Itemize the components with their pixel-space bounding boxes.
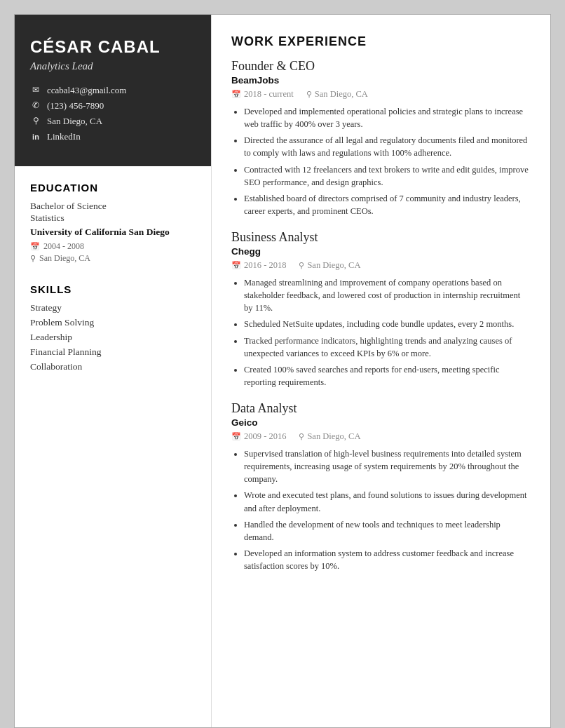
- job-2-bullet-3: Tracked performance indicators, highligh…: [244, 335, 531, 360]
- edu-location-text: San Diego, CA: [39, 253, 90, 264]
- skill-3: Leadership: [30, 332, 196, 343]
- job-2: Business Analyst Chegg 📅 2016 - 2018 ⚲ S…: [231, 230, 531, 389]
- linkedin-icon: in: [30, 133, 41, 141]
- edu-years-text: 2004 - 2008: [43, 241, 84, 252]
- job-2-location-text: San Diego, CA: [307, 260, 360, 271]
- job-2-meta: 📅 2016 - 2018 ⚲ San Diego, CA: [231, 260, 531, 271]
- contact-location: ⚲ San Diego, CA: [30, 116, 196, 127]
- education-section: EDUCATION Bachelor of Science Statistics…: [30, 182, 196, 264]
- skill-4: Financial Planning: [30, 346, 196, 358]
- job-2-bullet-4: Created 100% saved searches and reports …: [244, 363, 531, 389]
- job-1-company: BeamJobs: [231, 75, 531, 86]
- job-1-bullet-2: Directed the assurance of all legal and …: [244, 134, 531, 159]
- job-2-title: Business Analyst: [231, 230, 531, 245]
- contact-list: ✉ ccabal43@gmail.com ✆ (123) 456-7890 ⚲ …: [30, 85, 196, 142]
- job-2-location-icon: ⚲: [299, 261, 304, 270]
- education-title: EDUCATION: [30, 182, 196, 194]
- candidate-title: Analytics Lead: [30, 60, 196, 72]
- job-1-calendar-icon: 📅: [231, 90, 241, 99]
- job-1-meta: 📅 2018 - current ⚲ San Diego, CA: [231, 89, 531, 100]
- job-3-location-icon: ⚲: [299, 432, 304, 441]
- sidebar-body: EDUCATION Bachelor of Science Statistics…: [15, 166, 211, 727]
- sidebar: CÉSAR CABAL Analytics Lead ✉ ccabal43@gm…: [15, 15, 211, 727]
- job-3-years: 📅 2009 - 2016: [231, 431, 286, 442]
- skill-5: Collaboration: [30, 361, 196, 372]
- job-3-calendar-icon: 📅: [231, 432, 241, 441]
- job-2-company: Chegg: [231, 246, 531, 257]
- job-1-years: 📅 2018 - current: [231, 89, 294, 100]
- contact-phone: ✆ (123) 456-7890: [30, 100, 196, 112]
- location-text: San Diego, CA: [47, 116, 102, 127]
- candidate-name: CÉSAR CABAL: [30, 37, 196, 58]
- edu-field: Statistics: [30, 213, 196, 224]
- main-content: WORK EXPERIENCE Founder & CEO BeamJobs 📅…: [211, 15, 550, 727]
- job-3-bullets: Supervised translation of high-level bus…: [231, 447, 531, 572]
- location-icon: ⚲: [30, 116, 41, 126]
- skills-title: SKILLS: [30, 283, 196, 295]
- job-3-bullet-1: Supervised translation of high-level bus…: [244, 447, 531, 485]
- job-3: Data Analyst Geico 📅 2009 - 2016 ⚲ San D…: [231, 401, 531, 572]
- job-1-location-text: San Diego, CA: [315, 89, 368, 100]
- job-2-bullet-2: Scheduled NetSuite updates, including co…: [244, 318, 531, 330]
- job-1-location-icon: ⚲: [306, 90, 312, 99]
- job-2-years-text: 2016 - 2018: [244, 260, 286, 271]
- calendar-icon: 📅: [30, 242, 40, 251]
- job-1-bullet-4: Established board of directors comprised…: [244, 192, 531, 217]
- contact-linkedin[interactable]: in LinkedIn: [30, 131, 196, 142]
- resume: CÉSAR CABAL Analytics Lead ✉ ccabal43@gm…: [14, 14, 551, 728]
- job-2-bullets: Managed streamlining and improvement of …: [231, 276, 531, 389]
- job-1-bullet-1: Developed and implemented operational po…: [244, 105, 531, 130]
- job-3-years-text: 2009 - 2016: [244, 431, 286, 442]
- skill-2: Problem Solving: [30, 317, 196, 328]
- phone-icon: ✆: [30, 100, 41, 111]
- job-3-location: ⚲ San Diego, CA: [299, 431, 360, 442]
- job-1-bullet-3: Contracted with 12 freelancers and text …: [244, 163, 531, 189]
- phone-text: (123) 456-7890: [47, 100, 104, 112]
- job-1-years-text: 2018 - current: [244, 89, 294, 100]
- job-3-title: Data Analyst: [231, 401, 531, 416]
- job-1-title: Founder & CEO: [231, 59, 531, 74]
- edu-school: University of California San Diego: [30, 227, 196, 238]
- job-1: Founder & CEO BeamJobs 📅 2018 - current …: [231, 59, 531, 217]
- job-2-location: ⚲ San Diego, CA: [299, 260, 360, 271]
- edu-years: 📅 2004 - 2008: [30, 241, 196, 252]
- edu-degree: Bachelor of Science: [30, 201, 196, 212]
- email-text: ccabal43@gmail.com: [47, 85, 126, 96]
- job-2-years: 📅 2016 - 2018: [231, 260, 286, 271]
- edu-location-icon: ⚲: [30, 254, 36, 263]
- work-experience-title: WORK EXPERIENCE: [231, 34, 531, 49]
- contact-email: ✉ ccabal43@gmail.com: [30, 85, 196, 96]
- job-3-location-text: San Diego, CA: [307, 431, 360, 442]
- job-2-calendar-icon: 📅: [231, 261, 241, 270]
- job-2-bullet-1: Managed streamlining and improvement of …: [244, 276, 531, 314]
- sidebar-header: CÉSAR CABAL Analytics Lead ✉ ccabal43@gm…: [15, 15, 211, 166]
- edu-location: ⚲ San Diego, CA: [30, 253, 196, 264]
- job-3-meta: 📅 2009 - 2016 ⚲ San Diego, CA: [231, 431, 531, 442]
- email-icon: ✉: [30, 85, 41, 95]
- skills-section: SKILLS Strategy Problem Solving Leadersh…: [30, 283, 196, 372]
- job-3-bullet-3: Handled the development of new tools and…: [244, 518, 531, 544]
- job-1-bullets: Developed and implemented operational po…: [231, 105, 531, 217]
- linkedin-text: LinkedIn: [47, 131, 81, 142]
- job-3-company: Geico: [231, 417, 531, 428]
- skill-1: Strategy: [30, 302, 196, 314]
- job-3-bullet-4: Developed an information system to addre…: [244, 547, 531, 572]
- job-3-bullet-2: Wrote and executed test plans, and found…: [244, 489, 531, 514]
- job-1-location: ⚲ San Diego, CA: [306, 89, 368, 100]
